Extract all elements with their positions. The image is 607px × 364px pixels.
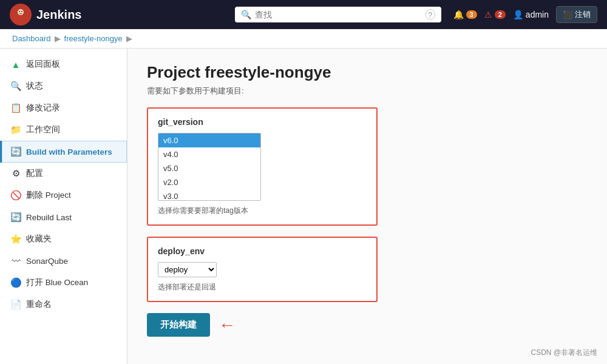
build-button[interactable]: 开始构建 (147, 313, 210, 337)
search-input[interactable] (255, 10, 422, 19)
breadcrumb-sep-2: ▶ (126, 34, 132, 43)
git-version-hint: 选择你需要要部署的tag版本 (158, 206, 367, 216)
version-item[interactable]: v3.0 (158, 189, 260, 200)
header: Jenkins 🔍 ? 🔔 3 ⚠ 2 👤 admin ⬛ 注销 (0, 0, 607, 29)
user-icon: 👤 (513, 10, 523, 19)
jenkins-logo[interactable]: Jenkins (10, 4, 81, 25)
sidebar-item-back-dashboard[interactable]: ▲ 返回面板 (0, 53, 127, 75)
back-dashboard-icon: ▲ (10, 59, 21, 70)
main-content: Project freestyle-nongye 需要如下参数用于构建项目: g… (127, 49, 607, 364)
version-item[interactable]: v5.0 (158, 161, 260, 175)
bell-icon: 🔔 (453, 10, 464, 19)
sidebar-item-build-with-parameters[interactable]: 🔄 Build with Parameters (0, 141, 127, 163)
warnings-indicator[interactable]: ⚠ 2 (484, 10, 506, 19)
warning-icon: ⚠ (484, 10, 492, 19)
sidebar-item-favorites[interactable]: ⭐ 收藏夹 (0, 228, 127, 250)
search-icon: 🔍 (241, 10, 251, 19)
sidebar-item-config[interactable]: ⚙ 配置 (0, 163, 127, 184)
git-version-label: git_version (158, 117, 367, 127)
sidebar-item-label: 重命名 (26, 299, 52, 310)
warning-badge: 2 (495, 10, 506, 19)
sonarqube-icon: 〰 (10, 255, 21, 266)
version-list: v6.0v4.0v5.0v2.0v3.0 (158, 133, 261, 201)
user-menu[interactable]: 👤 admin (513, 10, 549, 19)
breadcrumb-sep-1: ▶ (55, 34, 61, 43)
version-item[interactable]: v4.0 (158, 147, 260, 161)
jenkins-title: Jenkins (36, 8, 81, 22)
sidebar-item-blue-ocean[interactable]: 🔵 打开 Blue Ocean (0, 272, 127, 294)
sidebar-item-status[interactable]: 🔍 状态 (0, 75, 127, 97)
git-version-section: git_version v6.0v4.0v5.0v2.0v3.0 选择你需要要部… (147, 107, 378, 226)
sidebar-item-sonarqube[interactable]: 〰 SonarQube (0, 250, 127, 272)
notifications-bell[interactable]: 🔔 3 (453, 10, 477, 19)
change-log-icon: 📋 (10, 103, 21, 113)
deploy-env-label: deploy_env (158, 246, 367, 256)
sidebar-item-label: 删除 Project (26, 190, 71, 201)
svg-point-2 (21, 11, 22, 12)
sidebar-item-rename[interactable]: 📄 重命名 (0, 294, 127, 315)
sidebar-item-label: 返回面板 (26, 59, 60, 70)
breadcrumb-project[interactable]: freestyle-nongye (64, 34, 123, 43)
footer: CSDN @非著名运维 (531, 348, 597, 358)
username-label: admin (526, 10, 549, 19)
jenkins-icon (10, 4, 32, 25)
deploy-env-select[interactable]: deployrollback (158, 262, 217, 277)
sidebar-item-label: Build with Parameters (26, 147, 112, 157)
delete-icon: 🚫 (10, 190, 21, 201)
version-item[interactable]: v2.0 (158, 175, 260, 189)
build-params-icon: 🔄 (10, 146, 21, 157)
blue-ocean-icon: 🔵 (10, 277, 21, 288)
sidebar-item-label: 状态 (26, 81, 43, 92)
page-layout: ▲ 返回面板 🔍 状态 📋 修改记录 📁 工作空间 🔄 Build with P… (0, 49, 607, 364)
sidebar-item-label: 修改记录 (26, 103, 60, 113)
svg-point-1 (19, 11, 20, 12)
page-title: Project freestyle-nongye (147, 63, 588, 82)
footer-text: CSDN @非著名运维 (531, 348, 597, 357)
sidebar-item-label: 工作空间 (26, 124, 60, 135)
rebuild-icon: 🔄 (10, 212, 21, 223)
build-button-row: 开始构建 ← (147, 313, 588, 337)
sidebar-item-label: 配置 (26, 168, 43, 179)
bell-badge: 3 (466, 10, 477, 19)
sidebar-item-workspace[interactable]: 📁 工作空间 (0, 119, 127, 141)
search-bar: 🔍 ? (235, 7, 441, 22)
logout-label: 注销 (575, 9, 591, 20)
logout-icon: ⬛ (563, 10, 572, 19)
version-item[interactable]: v6.0 (158, 133, 260, 147)
sidebar-item-change-log[interactable]: 📋 修改记录 (0, 97, 127, 119)
logout-button[interactable]: ⬛ 注销 (556, 6, 597, 23)
breadcrumb: Dashboard ▶ freestyle-nongye ▶ (0, 29, 607, 49)
search-help-icon[interactable]: ? (426, 9, 435, 20)
deploy-env-section: deploy_env deployrollback 选择部署还是回退 (147, 237, 378, 302)
version-list-items: v6.0v4.0v5.0v2.0v3.0 (158, 133, 260, 200)
sidebar-item-rebuild-last[interactable]: 🔄 Rebuild Last (0, 206, 127, 228)
rename-icon: 📄 (10, 299, 21, 310)
sidebar-item-label: 打开 Blue Ocean (26, 277, 88, 288)
sidebar: ▲ 返回面板 🔍 状态 📋 修改记录 📁 工作空间 🔄 Build with P… (0, 49, 127, 364)
arrow-icon: ← (219, 315, 236, 335)
sidebar-item-label: Rebuild Last (26, 213, 72, 222)
breadcrumb-dashboard[interactable]: Dashboard (12, 34, 51, 43)
deploy-env-hint: 选择部署还是回退 (158, 282, 367, 292)
status-icon: 🔍 (10, 81, 21, 92)
config-icon: ⚙ (10, 168, 21, 179)
page-subtitle: 需要如下参数用于构建项目: (147, 86, 588, 96)
header-right: 🔔 3 ⚠ 2 👤 admin ⬛ 注销 (453, 6, 597, 23)
sidebar-item-delete-project[interactable]: 🚫 删除 Project (0, 184, 127, 206)
sidebar-item-label: SonarQube (26, 257, 68, 266)
sidebar-item-label: 收藏夹 (26, 234, 52, 244)
workspace-icon: 📁 (10, 124, 21, 135)
favorites-icon: ⭐ (10, 234, 21, 244)
